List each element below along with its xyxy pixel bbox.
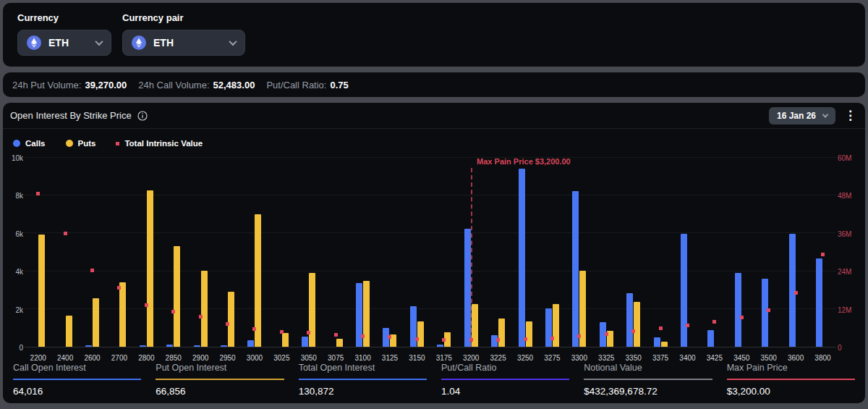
strike-slot-2400[interactable] bbox=[51, 158, 78, 347]
legend-item-puts[interactable]: Puts bbox=[66, 139, 96, 148]
calls-bar bbox=[735, 273, 741, 347]
currency-pair-select-value: ETH bbox=[153, 37, 174, 49]
summary-card-value: 64,016 bbox=[13, 386, 141, 397]
strike-slot-3375[interactable] bbox=[647, 158, 673, 347]
chart-title: Open Interest By Strike Price bbox=[10, 110, 132, 121]
strike-slot-3325[interactable] bbox=[593, 158, 620, 347]
x-axis-label: 2800 bbox=[133, 354, 160, 362]
legend-label: Calls bbox=[25, 139, 46, 148]
strike-slot-2800[interactable] bbox=[133, 158, 160, 347]
intrinsic-value-dot bbox=[496, 338, 500, 342]
strike-slot-2850[interactable] bbox=[160, 158, 187, 347]
strike-slot-3150[interactable] bbox=[404, 158, 430, 347]
intrinsic-value-dot bbox=[794, 291, 798, 295]
summary-cards: Call Open Interest64,016Put Open Interes… bbox=[3, 363, 865, 397]
strike-slot-3025[interactable] bbox=[268, 158, 295, 347]
summary-card-label: Max Pain Price bbox=[727, 363, 855, 380]
x-axis-label: 3600 bbox=[782, 354, 809, 362]
strike-slot-3050[interactable] bbox=[295, 158, 322, 347]
expiry-date-select[interactable]: 16 Jan 26 bbox=[769, 107, 835, 125]
legend-label: Puts bbox=[78, 139, 96, 148]
intrinsic-value-dot bbox=[36, 192, 40, 195]
calls-bar bbox=[194, 345, 200, 347]
volume-stat-label: 24h Put Volume: bbox=[12, 80, 81, 90]
strike-slot-3125[interactable] bbox=[376, 158, 403, 347]
strike-slot-3075[interactable] bbox=[322, 158, 349, 347]
calls-bar bbox=[464, 229, 471, 347]
strike-slot-3175[interactable] bbox=[430, 158, 457, 347]
open-interest-panel: Open Interest By Strike Price 16 Jan 26 … bbox=[3, 103, 865, 403]
strike-slot-3100[interactable] bbox=[349, 158, 376, 347]
puts-bar bbox=[661, 342, 668, 347]
calls-bar bbox=[437, 345, 443, 347]
y-axis-right-tick: 12M bbox=[838, 305, 861, 313]
y-axis-left-tick: 8k bbox=[4, 192, 23, 200]
info-icon[interactable] bbox=[137, 111, 148, 121]
currency-select[interactable]: ETH bbox=[17, 30, 111, 56]
x-axis-label: 3500 bbox=[755, 354, 782, 362]
x-axis-label: 3450 bbox=[728, 354, 755, 362]
ethereum-icon bbox=[27, 35, 41, 50]
calls-bar bbox=[247, 340, 254, 347]
strike-slot-3250[interactable] bbox=[511, 158, 538, 347]
currency-pair-select[interactable]: ETH bbox=[122, 30, 245, 56]
y-axis-right-tick: 48M bbox=[838, 192, 861, 200]
x-axis-label: 3250 bbox=[511, 354, 538, 362]
x-axis-label: 3375 bbox=[647, 354, 673, 362]
strike-slot-3225[interactable] bbox=[485, 158, 511, 347]
x-axis-label: 3225 bbox=[485, 354, 511, 362]
strike-slot-3200[interactable] bbox=[458, 158, 485, 347]
expiry-date-value: 16 Jan 26 bbox=[777, 111, 816, 121]
summary-card-value: 130,872 bbox=[299, 386, 427, 397]
summary-card-label: Total Open Interest bbox=[299, 363, 427, 380]
intrinsic-value-dot bbox=[550, 337, 554, 340]
legend-item-total-intrinsic-value[interactable]: Total Intrinsic Value bbox=[116, 139, 203, 148]
strike-slot-3400[interactable] bbox=[674, 158, 701, 347]
x-axis: 2200240026002700280028502900295030003025… bbox=[25, 354, 836, 362]
chevron-down-icon bbox=[822, 111, 828, 117]
x-axis-label: 3050 bbox=[295, 354, 322, 362]
calls-bar bbox=[789, 234, 796, 347]
intrinsic-value-dot bbox=[740, 316, 744, 319]
calls-bar bbox=[816, 258, 822, 347]
intrinsic-value-dot bbox=[90, 269, 94, 272]
intrinsic-value-dot bbox=[469, 338, 473, 342]
kebab-menu-icon[interactable]: ⋮ bbox=[844, 109, 856, 122]
intrinsic-value-dot bbox=[577, 334, 581, 338]
puts-bar bbox=[119, 282, 126, 347]
strike-slot-3500[interactable] bbox=[755, 158, 782, 347]
strike-slot-2600[interactable] bbox=[79, 158, 106, 347]
x-axis-label: 2900 bbox=[187, 354, 213, 362]
calls-bar bbox=[681, 234, 687, 347]
strike-slot-3800[interactable] bbox=[809, 158, 836, 347]
strike-slot-3000[interactable] bbox=[241, 158, 268, 347]
strike-slot-2900[interactable] bbox=[187, 158, 213, 347]
strike-slot-3450[interactable] bbox=[728, 158, 755, 347]
calls-bar bbox=[302, 337, 308, 347]
intrinsic-value-dot bbox=[605, 332, 608, 336]
currency-pair-label: Currency pair bbox=[122, 12, 245, 23]
strike-slot-3275[interactable] bbox=[539, 158, 566, 347]
puts-bar bbox=[336, 339, 343, 347]
x-axis-label: 2200 bbox=[25, 354, 51, 362]
chart-header: Open Interest By Strike Price 16 Jan 26 … bbox=[3, 103, 865, 129]
strike-slot-3425[interactable] bbox=[701, 158, 728, 347]
volume-stat-value: 0.75 bbox=[330, 80, 348, 90]
strike-slot-2700[interactable] bbox=[106, 158, 132, 347]
strike-slot-2950[interactable] bbox=[214, 158, 241, 347]
calls-bar bbox=[572, 191, 579, 347]
strike-slot-3300[interactable] bbox=[566, 158, 592, 347]
strike-slot-3350[interactable] bbox=[620, 158, 647, 347]
summary-card-value: 66,856 bbox=[156, 386, 284, 397]
legend-marker-icon bbox=[116, 142, 119, 146]
strike-slot-2200[interactable] bbox=[25, 158, 51, 347]
strike-slot-3600[interactable] bbox=[782, 158, 809, 347]
x-axis-label: 3350 bbox=[620, 354, 647, 362]
puts-bar bbox=[498, 319, 505, 347]
calls-bar bbox=[545, 308, 552, 347]
summary-card-put-call-ratio: Put/Call Ratio1.04 bbox=[441, 363, 569, 397]
intrinsic-value-dot bbox=[117, 286, 121, 290]
calls-bar bbox=[519, 169, 525, 347]
legend-item-calls[interactable]: Calls bbox=[13, 139, 46, 148]
intrinsic-value-dot bbox=[171, 310, 175, 313]
